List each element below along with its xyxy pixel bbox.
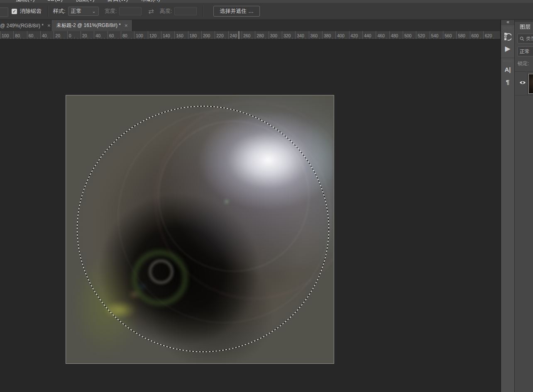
ruler-cursor-marker — [239, 31, 239, 39]
horizontal-ruler[interactable]: 1008060402002040608010012014016018020022… — [0, 31, 501, 39]
selection-marching-ants — [66, 95, 334, 363]
ruler-tick: 580 — [456, 31, 469, 39]
layers-panel: 图层 类型 正常 锁定: — [514, 20, 533, 392]
layer-visibility-eye-icon[interactable] — [519, 80, 526, 85]
document-tab-bar: @ 249%(RGB/8#) * × 未标题-2 @ 161%(RGB/8#) … — [0, 20, 501, 31]
ruler-tick: 520 — [416, 31, 429, 39]
menu-item[interactable]: 窗口(W) — [107, 0, 128, 3]
search-icon — [520, 37, 524, 41]
ruler-tick: 0 — [67, 31, 81, 39]
ruler-tick: 100 — [0, 31, 13, 39]
ruler-tick: 400 — [335, 31, 349, 39]
canvas-document[interactable] — [66, 95, 334, 364]
ruler-tick: 20 — [81, 31, 94, 39]
ruler-tick: 480 — [389, 31, 403, 39]
lock-label: 锁定: — [518, 60, 533, 67]
ruler-tick: 20 — [54, 31, 67, 39]
select-and-mask-button[interactable]: 选择并遮住 … — [213, 6, 260, 17]
ruler-tick: 620 — [483, 31, 496, 39]
document-tab-active[interactable]: 未标题-2 @ 161%(RGB/8#) * × — [51, 20, 132, 31]
ruler-tick: 600 — [470, 31, 483, 39]
ruler-tick: 280 — [255, 31, 268, 39]
separator — [47, 6, 48, 17]
history-panel-icon[interactable] — [501, 30, 514, 43]
paragraph-icon: ¶ — [506, 78, 509, 85]
ruler-tick: 220 — [215, 31, 228, 39]
layer-search-field[interactable]: 类型 — [517, 34, 533, 44]
ruler-tick: 560 — [443, 31, 456, 39]
ruler-tick: 300 — [269, 31, 282, 39]
width-label: 宽度: — [105, 7, 117, 15]
layer-row[interactable] — [515, 71, 533, 95]
ruler-tick: 80 — [121, 31, 134, 39]
chevron-down-icon: ⌄ — [92, 9, 95, 13]
close-icon[interactable]: × — [47, 22, 51, 29]
anti-alias-label: 消除锯齿 — [20, 7, 42, 15]
collapse-panels-button[interactable]: « — [501, 20, 514, 25]
ruler-tick: 320 — [282, 31, 295, 39]
tab-label: @ 249%(RGB/8#) * — [0, 23, 44, 29]
ruler-tick: 100 — [134, 31, 147, 39]
character-panel-icon[interactable]: A| — [501, 63, 514, 75]
paragraph-panel-icon[interactable]: ¶ — [501, 75, 514, 88]
ruler-tick: 260 — [242, 31, 255, 39]
ruler-tick: 120 — [148, 31, 161, 39]
blend-mode-dropdown[interactable]: 正常 — [517, 46, 533, 56]
pasteboard[interactable] — [0, 40, 501, 392]
character-icon: A| — [504, 66, 511, 73]
dock-grip[interactable] — [503, 60, 513, 62]
divider — [527, 72, 528, 95]
layers-panel-header: 图层 — [515, 20, 533, 31]
anti-alias-checkbox[interactable]: ✓ — [12, 9, 17, 14]
ruler-tick: 540 — [430, 31, 443, 39]
check-icon: ✓ — [12, 9, 16, 14]
ruler-tick: 80 — [13, 31, 27, 39]
menu-item[interactable]: 帮助(H) — [140, 0, 160, 3]
tool-options-bar: ✓ 消除锯齿 样式: 正常 ⌄ 宽度: ⇄ 高度: 选择并遮住 … — [0, 3, 533, 20]
ruler-tick: 60 — [108, 31, 121, 39]
panel-dock: « ▶ A| ¶ — [501, 20, 514, 392]
tab-label: 未标题-2 @ 161%(RGB/8#) * — [56, 22, 121, 29]
ruler-tick: 140 — [161, 31, 174, 39]
menu-item[interactable]: 视图(V) — [75, 0, 95, 3]
style-dropdown[interactable]: 正常 ⌄ — [68, 7, 99, 16]
blend-mode-value: 正常 — [520, 48, 530, 55]
ruler-tick: 200 — [201, 31, 215, 39]
ruler-tick: 180 — [188, 31, 201, 39]
ruler-tick: 460 — [376, 31, 389, 39]
ruler-tick: 440 — [362, 31, 376, 39]
style-label: 样式: — [53, 7, 66, 15]
ruler-tick: 40 — [40, 31, 54, 39]
ruler-tick: 240 — [228, 31, 242, 39]
ruler-tick: 40 — [94, 31, 107, 39]
width-input[interactable] — [119, 7, 142, 15]
search-kind-label: 类型 — [526, 35, 533, 42]
collapse-icon: « — [506, 19, 509, 25]
actions-panel-icon[interactable]: ▶ — [501, 43, 514, 55]
ruler-tick: 360 — [309, 31, 322, 39]
document-tab-inactive[interactable]: @ 249%(RGB/8#) * × — [0, 20, 51, 31]
menu-item[interactable]: 滤镜(T) — [16, 0, 35, 3]
menu-item[interactable]: 3D(D) — [47, 0, 63, 3]
ruler-tick: 500 — [403, 31, 416, 39]
height-input[interactable] — [174, 7, 197, 15]
ruler-tick: 380 — [322, 31, 335, 39]
close-icon[interactable]: × — [125, 22, 128, 29]
ruler-tick: 60 — [27, 31, 40, 39]
separator — [203, 6, 203, 17]
ruler-tick: 340 — [295, 31, 308, 39]
dock-grip[interactable] — [503, 27, 513, 29]
menu-bar: 滤镜(T)3D(D)视图(V)窗口(W)帮助(H) — [0, 0, 533, 3]
layer-thumbnail[interactable] — [528, 74, 533, 94]
layers-tab[interactable]: 图层 — [515, 22, 533, 31]
feather-input-partial[interactable] — [0, 7, 8, 17]
style-dropdown-value: 正常 — [71, 7, 82, 15]
play-icon: ▶ — [505, 46, 510, 52]
height-label: 高度: — [160, 7, 172, 15]
ruler-tick: 420 — [349, 31, 362, 39]
swap-width-height-icon[interactable]: ⇄ — [148, 7, 154, 15]
ruler-tick: 160 — [174, 31, 188, 39]
